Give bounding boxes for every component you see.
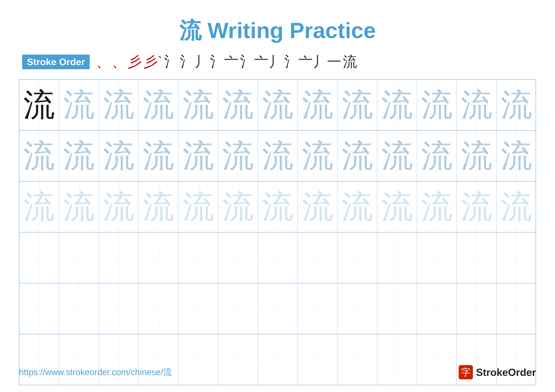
cell-5-1[interactable] [19, 283, 59, 334]
footer-logo: 字 StrokeOrder [459, 365, 536, 379]
cell-4-6[interactable] [218, 232, 258, 283]
cell-1-3: 流 [99, 80, 139, 130]
cell-1-6: 流 [218, 80, 258, 130]
cell-2-12: 流 [457, 131, 497, 181]
char-light: 流 [23, 191, 55, 223]
char-medium: 流 [183, 89, 214, 121]
cell-4-7[interactable] [258, 232, 298, 283]
char-medium: 流 [461, 89, 492, 121]
char-medium: 流 [222, 140, 254, 172]
cell-1-11: 流 [417, 80, 457, 130]
cell-4-3[interactable] [99, 232, 139, 283]
grid-row-5 [19, 283, 536, 334]
cell-1-5: 流 [178, 80, 218, 130]
cell-2-9: 流 [337, 131, 377, 181]
cell-2-7: 流 [258, 131, 298, 181]
cell-4-1[interactable] [19, 232, 59, 283]
cell-5-10[interactable] [377, 283, 417, 334]
cell-2-4: 流 [139, 131, 178, 181]
cell-1-8: 流 [298, 80, 337, 130]
cell-1-10: 流 [377, 80, 417, 130]
cell-5-7[interactable] [258, 283, 298, 334]
char-medium: 流 [461, 140, 492, 172]
cell-3-2: 流 [59, 182, 99, 232]
stroke-1: 、 [96, 52, 110, 71]
cell-4-8[interactable] [298, 232, 337, 283]
cell-1-7: 流 [258, 80, 298, 130]
cell-4-5[interactable] [178, 232, 218, 283]
stroke-2: 、 [112, 52, 126, 71]
cell-4-10[interactable] [377, 232, 417, 283]
cell-5-9[interactable] [337, 283, 377, 334]
char-dark: 流 [23, 89, 55, 121]
char-medium: 流 [501, 89, 532, 121]
cell-5-13[interactable] [497, 283, 536, 334]
cell-3-13: 流 [497, 182, 536, 232]
stroke-10: 流 [343, 52, 357, 71]
cell-4-13[interactable] [497, 232, 536, 283]
char-light: 流 [421, 191, 453, 223]
cell-4-4[interactable] [139, 232, 178, 283]
cell-5-5[interactable] [178, 283, 218, 334]
cell-3-4: 流 [139, 182, 178, 232]
stroke-8: 氵亠丿 [240, 52, 283, 71]
char-medium: 流 [222, 89, 254, 121]
cell-5-8[interactable] [298, 283, 337, 334]
char-light: 流 [461, 191, 492, 223]
cell-5-2[interactable] [59, 283, 99, 334]
stroke-4: 彡` [144, 52, 162, 71]
page: 流 Writing Practice Stroke Order 、 、 彡 彡`… [0, 0, 555, 392]
cell-5-3[interactable] [99, 283, 139, 334]
char-light: 流 [222, 191, 254, 223]
char-medium: 流 [183, 140, 214, 172]
footer-url: https://www.strokeorder.com/chinese/流 [19, 366, 172, 378]
cell-5-4[interactable] [139, 283, 178, 334]
char-medium: 流 [421, 89, 453, 121]
cell-3-10: 流 [377, 182, 417, 232]
grid-row-2: 流 流 流 流 流 流 流 流 流 流 流 流 流 [19, 131, 536, 182]
stroke-order-badge: Stroke Order [22, 55, 90, 69]
footer-logo-text: StrokeOrder [476, 366, 536, 378]
char-medium: 流 [302, 140, 333, 172]
cell-4-9[interactable] [337, 232, 377, 283]
char-light: 流 [262, 191, 293, 223]
cell-5-11[interactable] [417, 283, 457, 334]
char-medium: 流 [262, 89, 293, 121]
char-medium: 流 [63, 89, 95, 121]
char-medium: 流 [381, 140, 413, 172]
stroke-3: 彡 [128, 52, 142, 71]
cell-1-4: 流 [139, 80, 178, 130]
stroke-sequence: 、 、 彡 彡` 氵 氵丿 氵亠 氵亠丿 氵亠丿一 流 [96, 52, 357, 71]
cell-2-3: 流 [99, 131, 139, 181]
stroke-9: 氵亠丿一 [284, 52, 341, 71]
char-light: 流 [302, 191, 333, 223]
cell-4-2[interactable] [59, 232, 99, 283]
cell-3-1: 流 [19, 182, 59, 232]
cell-3-7: 流 [258, 182, 298, 232]
grid-row-3: 流 流 流 流 流 流 流 流 流 流 流 流 流 [19, 182, 536, 232]
char-medium: 流 [302, 89, 333, 121]
char-medium: 流 [143, 89, 174, 121]
stroke-5: 氵 [164, 52, 178, 71]
char-medium: 流 [381, 89, 413, 121]
char-medium: 流 [341, 89, 373, 121]
cell-5-6[interactable] [218, 283, 258, 334]
grid-row-1: 流 流 流 流 流 流 流 流 流 流 流 流 流 [19, 80, 536, 131]
cell-4-11[interactable] [417, 232, 457, 283]
char-light: 流 [143, 191, 174, 223]
char-medium: 流 [23, 140, 55, 172]
char-light: 流 [183, 191, 214, 223]
grid-row-4 [19, 232, 536, 283]
cell-2-10: 流 [377, 131, 417, 181]
char-light: 流 [381, 191, 413, 223]
char-medium: 流 [103, 140, 134, 172]
cell-5-12[interactable] [457, 283, 497, 334]
cell-4-12[interactable] [457, 232, 497, 283]
cell-2-5: 流 [178, 131, 218, 181]
cell-1-13: 流 [497, 80, 536, 130]
stroke-order-row: Stroke Order 、 、 彡 彡` 氵 氵丿 氵亠 氵亠丿 氵亠丿一 流 [19, 52, 536, 71]
cell-2-6: 流 [218, 131, 258, 181]
cell-3-11: 流 [417, 182, 457, 232]
cell-1-9: 流 [337, 80, 377, 130]
logo-char: 字 [461, 366, 470, 379]
